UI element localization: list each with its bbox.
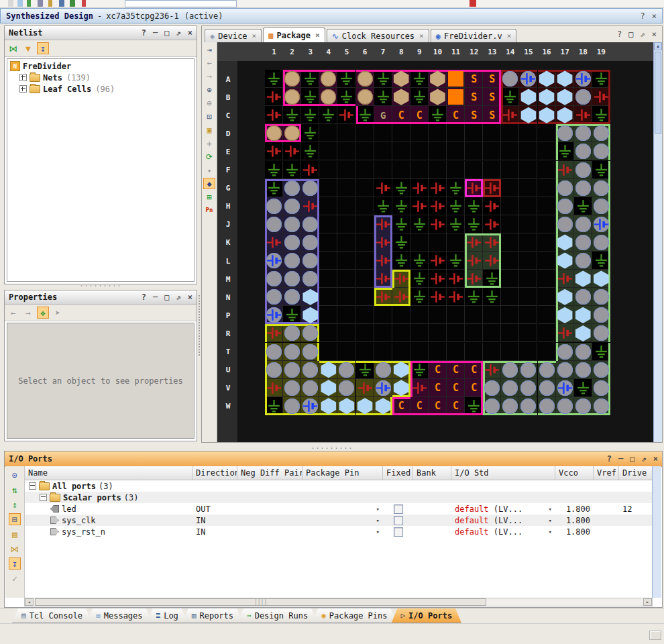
select-pointer-icon[interactable]: ➤ xyxy=(52,307,64,319)
column-header-direction[interactable]: Direction xyxy=(192,466,237,480)
package-pin-cell[interactable] xyxy=(392,124,410,142)
zoom-selection-icon[interactable]: ⊡ xyxy=(203,111,215,122)
power-pin[interactable] xyxy=(265,324,283,342)
io-pin[interactable] xyxy=(574,252,592,270)
power-pin[interactable] xyxy=(392,288,410,306)
power-pin[interactable] xyxy=(265,106,283,124)
io-pin[interactable] xyxy=(301,179,319,197)
power-pin[interactable] xyxy=(483,361,501,379)
package-pin-cell[interactable] xyxy=(392,343,410,361)
float-icon[interactable]: ⇗ xyxy=(641,30,645,39)
maximize-icon[interactable]: □ xyxy=(628,30,633,39)
ground-pin[interactable] xyxy=(356,361,374,379)
io-pin[interactable] xyxy=(538,379,556,397)
group-by-icon[interactable]: ⊟ xyxy=(9,513,21,525)
power-pin[interactable] xyxy=(556,161,574,179)
io-pin[interactable] xyxy=(265,343,283,361)
io-pin[interactable] xyxy=(265,361,283,379)
package-pin-cell[interactable] xyxy=(356,288,374,306)
io-pin[interactable] xyxy=(556,124,574,142)
clock-pin[interactable] xyxy=(519,70,537,88)
column-header-neg-diff-pair[interactable]: Neg Diff Pair xyxy=(237,466,302,480)
help-icon[interactable]: ? xyxy=(617,30,622,39)
package-pin-cell[interactable] xyxy=(465,306,483,324)
float-icon[interactable]: ⇗ xyxy=(176,293,181,301)
clock-io-pin[interactable] xyxy=(392,379,410,397)
fixed-checkbox[interactable] xyxy=(394,527,403,537)
io-pin[interactable] xyxy=(592,324,610,342)
ground-pin[interactable] xyxy=(429,106,447,124)
forward-arrow-icon[interactable]: → xyxy=(203,70,215,82)
ground-pin[interactable] xyxy=(301,142,319,160)
package-pin-cell[interactable] xyxy=(538,288,556,306)
tab-close-icon[interactable]: × xyxy=(507,32,512,40)
config-pin-c[interactable]: C xyxy=(410,106,429,124)
filter-nets-icon[interactable]: ▼ xyxy=(22,42,34,54)
io-pin[interactable] xyxy=(319,88,337,106)
tab-close-icon[interactable]: × xyxy=(252,32,257,40)
drive-strength-cell[interactable]: 12 xyxy=(619,503,652,515)
chevron-down-icon[interactable]: ▾ xyxy=(549,517,552,524)
io-pin[interactable] xyxy=(556,197,574,215)
ground-pin[interactable] xyxy=(410,88,429,106)
clock-io-pin[interactable] xyxy=(301,288,319,306)
config-pin-s[interactable]: S xyxy=(465,106,483,124)
scroll-up-icon[interactable]: ▲ xyxy=(654,42,662,50)
close-icon[interactable]: × xyxy=(188,29,192,37)
io-pin[interactable] xyxy=(501,379,519,397)
ground-pin[interactable] xyxy=(465,197,483,215)
config-pin[interactable] xyxy=(447,70,465,88)
power-pin[interactable] xyxy=(265,142,283,160)
package-pin-cell[interactable] xyxy=(519,324,537,342)
io-pin[interactable] xyxy=(301,379,319,397)
package-pin-cell[interactable] xyxy=(538,197,556,215)
package-pin-select[interactable]: ▾ xyxy=(302,515,383,526)
package-pin-cell[interactable] xyxy=(410,324,429,342)
package-pin-grid[interactable]: SSSSGCCCSSCCCCCCCCCC xyxy=(265,70,610,415)
column-header-drive-stre[interactable]: Drive Stre xyxy=(619,466,652,480)
io-pin[interactable] xyxy=(356,70,374,88)
package-pin-cell[interactable] xyxy=(392,161,410,179)
package-pin-cell[interactable] xyxy=(374,343,392,361)
tree-expander-icon[interactable] xyxy=(29,482,36,490)
package-pin-cell[interactable] xyxy=(501,324,519,342)
io-pin[interactable] xyxy=(592,361,610,379)
config-pin-s[interactable]: S xyxy=(465,88,483,106)
netlist-item-fredivider[interactable]: NFreDivider xyxy=(7,60,194,72)
drive-strength-cell[interactable] xyxy=(619,526,652,537)
io-pin[interactable] xyxy=(574,88,592,106)
io-pin[interactable] xyxy=(592,397,610,415)
package-pin-cell[interactable] xyxy=(337,288,355,306)
io-pin[interactable] xyxy=(265,197,283,215)
config-pin-c[interactable]: C xyxy=(447,379,465,397)
package-pin-cell[interactable] xyxy=(337,233,355,252)
ground-pin[interactable] xyxy=(374,197,392,215)
package-pin-cell[interactable] xyxy=(319,288,337,306)
io-pin[interactable] xyxy=(501,70,519,88)
clock-io-pin[interactable] xyxy=(301,306,319,324)
package-pin-cell[interactable] xyxy=(337,124,355,142)
chevron-down-icon[interactable]: ▾ xyxy=(376,517,380,524)
power-pin[interactable] xyxy=(592,88,610,106)
config-pin-c[interactable]: C xyxy=(447,106,465,124)
help-icon[interactable]: ? xyxy=(142,293,146,301)
package-pin-cell[interactable] xyxy=(501,179,519,197)
io-pin[interactable] xyxy=(283,124,301,142)
clock-io-pin[interactable] xyxy=(319,397,337,415)
dock-icon[interactable]: ⇥ xyxy=(203,44,215,55)
power-pin[interactable] xyxy=(556,270,574,288)
power-pin[interactable] xyxy=(283,142,301,160)
maximize-icon[interactable]: □ xyxy=(164,293,169,301)
close-icon[interactable]: × xyxy=(652,30,657,39)
ground-pin[interactable] xyxy=(392,215,410,233)
package-pin-cell[interactable] xyxy=(501,142,519,160)
package-pin-cell[interactable] xyxy=(447,324,465,342)
package-pin-cell[interactable] xyxy=(447,124,465,142)
power-pin[interactable] xyxy=(574,106,592,124)
package-pin-cell[interactable] xyxy=(356,197,374,215)
package-pin-cell[interactable] xyxy=(392,324,410,342)
package-pin-cell[interactable] xyxy=(374,142,392,160)
gear-icon[interactable]: ❖ xyxy=(37,307,49,319)
ground-pin[interactable] xyxy=(592,70,610,88)
io-pin[interactable] xyxy=(501,361,519,379)
